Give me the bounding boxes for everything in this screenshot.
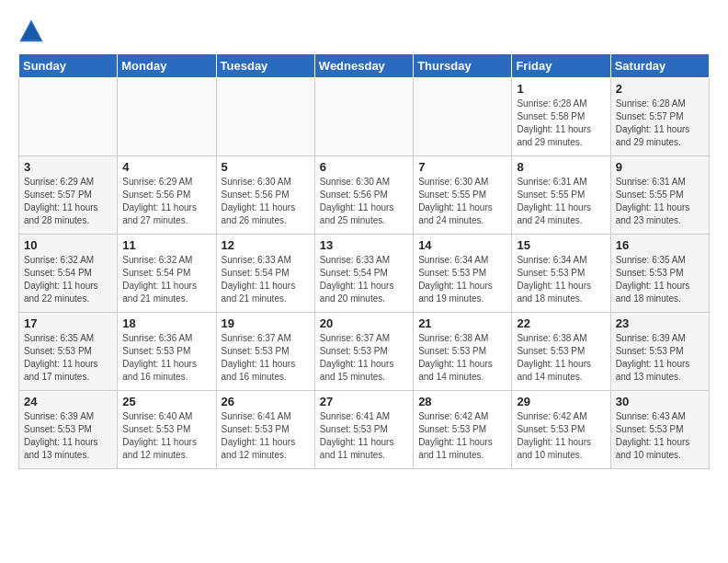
day-number: 9 [616, 160, 704, 174]
day-number: 5 [222, 160, 310, 174]
calendar-cell: 27Sunrise: 6:41 AM Sunset: 5:53 PM Dayli… [314, 391, 413, 469]
day-info: Sunrise: 6:29 AM Sunset: 5:57 PM Dayligh… [24, 176, 112, 227]
day-info: Sunrise: 6:35 AM Sunset: 5:53 PM Dayligh… [616, 254, 704, 305]
calendar-cell [314, 78, 413, 156]
svg-marker-1 [22, 24, 41, 40]
calendar-cell: 9Sunrise: 6:31 AM Sunset: 5:55 PM Daylig… [610, 156, 709, 235]
day-header-monday: Monday [118, 54, 216, 78]
calendar-cell: 30Sunrise: 6:43 AM Sunset: 5:53 PM Dayli… [610, 391, 709, 469]
day-header-saturday: Saturday [610, 54, 709, 78]
calendar-cell: 11Sunrise: 6:32 AM Sunset: 5:54 PM Dayli… [118, 235, 216, 313]
day-info: Sunrise: 6:32 AM Sunset: 5:54 PM Dayligh… [24, 254, 112, 305]
calendar-cell: 25Sunrise: 6:40 AM Sunset: 5:53 PM Dayli… [118, 391, 216, 469]
day-number: 16 [616, 238, 704, 252]
day-info: Sunrise: 6:32 AM Sunset: 5:54 PM Dayligh… [122, 254, 210, 305]
calendar-cell: 7Sunrise: 6:30 AM Sunset: 5:55 PM Daylig… [414, 156, 512, 235]
calendar-cell: 29Sunrise: 6:42 AM Sunset: 5:53 PM Dayli… [512, 391, 610, 469]
day-number: 27 [320, 395, 408, 408]
calendar-cell [216, 78, 314, 156]
day-info: Sunrise: 6:39 AM Sunset: 5:53 PM Dayligh… [24, 410, 112, 462]
day-number: 26 [222, 395, 310, 408]
day-info: Sunrise: 6:31 AM Sunset: 5:55 PM Dayligh… [517, 176, 605, 227]
day-info: Sunrise: 6:41 AM Sunset: 5:53 PM Dayligh… [320, 410, 408, 462]
day-number: 28 [418, 395, 506, 408]
calendar-cell: 8Sunrise: 6:31 AM Sunset: 5:55 PM Daylig… [512, 156, 610, 235]
day-info: Sunrise: 6:43 AM Sunset: 5:53 PM Dayligh… [616, 410, 704, 462]
calendar-cell: 24Sunrise: 6:39 AM Sunset: 5:53 PM Dayli… [19, 391, 118, 469]
day-number: 4 [122, 160, 210, 174]
calendar-week-2: 10Sunrise: 6:32 AM Sunset: 5:54 PM Dayli… [19, 235, 710, 313]
day-info: Sunrise: 6:29 AM Sunset: 5:56 PM Dayligh… [122, 176, 210, 227]
day-number: 3 [24, 160, 112, 174]
day-info: Sunrise: 6:34 AM Sunset: 5:53 PM Dayligh… [418, 254, 506, 305]
calendar-cell: 4Sunrise: 6:29 AM Sunset: 5:56 PM Daylig… [118, 156, 216, 235]
calendar-cell: 18Sunrise: 6:36 AM Sunset: 5:53 PM Dayli… [118, 313, 216, 391]
day-number: 18 [122, 316, 210, 330]
calendar-cell: 21Sunrise: 6:38 AM Sunset: 5:53 PM Dayli… [414, 313, 512, 391]
calendar-cell: 23Sunrise: 6:39 AM Sunset: 5:53 PM Dayli… [610, 313, 709, 391]
day-number: 15 [517, 238, 605, 252]
day-info: Sunrise: 6:30 AM Sunset: 5:56 PM Dayligh… [320, 176, 408, 227]
calendar-cell: 10Sunrise: 6:32 AM Sunset: 5:54 PM Dayli… [19, 235, 118, 313]
calendar-header: SundayMondayTuesdayWednesdayThursdayFrid… [19, 54, 710, 78]
calendar-cell [118, 78, 216, 156]
day-info: Sunrise: 6:34 AM Sunset: 5:53 PM Dayligh… [517, 254, 605, 305]
day-info: Sunrise: 6:28 AM Sunset: 5:57 PM Dayligh… [616, 98, 704, 149]
day-info: Sunrise: 6:42 AM Sunset: 5:53 PM Dayligh… [517, 410, 605, 462]
day-info: Sunrise: 6:40 AM Sunset: 5:53 PM Dayligh… [122, 410, 210, 462]
day-number: 25 [122, 395, 210, 408]
day-info: Sunrise: 6:38 AM Sunset: 5:53 PM Dayligh… [418, 332, 506, 384]
day-info: Sunrise: 6:33 AM Sunset: 5:54 PM Dayligh… [222, 254, 310, 305]
day-number: 6 [320, 160, 408, 174]
calendar-cell: 26Sunrise: 6:41 AM Sunset: 5:53 PM Dayli… [216, 391, 314, 469]
calendar-cell [19, 78, 118, 156]
day-number: 29 [517, 395, 605, 408]
calendar-cell: 17Sunrise: 6:35 AM Sunset: 5:53 PM Dayli… [19, 313, 118, 391]
calendar-cell: 1Sunrise: 6:28 AM Sunset: 5:58 PM Daylig… [512, 78, 610, 156]
calendar-body: 1Sunrise: 6:28 AM Sunset: 5:58 PM Daylig… [19, 78, 710, 469]
day-number: 17 [24, 316, 112, 330]
calendar-cell [414, 78, 512, 156]
day-number: 10 [24, 238, 112, 252]
calendar-cell: 3Sunrise: 6:29 AM Sunset: 5:57 PM Daylig… [19, 156, 118, 235]
calendar-cell: 6Sunrise: 6:30 AM Sunset: 5:56 PM Daylig… [314, 156, 413, 235]
calendar-cell: 28Sunrise: 6:42 AM Sunset: 5:53 PM Dayli… [414, 391, 512, 469]
day-number: 20 [320, 316, 408, 330]
day-number: 22 [517, 316, 605, 330]
day-number: 19 [222, 316, 310, 330]
calendar-cell: 16Sunrise: 6:35 AM Sunset: 5:53 PM Dayli… [610, 235, 709, 313]
logo-icon [18, 18, 44, 44]
day-number: 24 [24, 395, 112, 408]
header-row: SundayMondayTuesdayWednesdayThursdayFrid… [19, 54, 710, 78]
day-number: 14 [418, 238, 506, 252]
day-header-wednesday: Wednesday [314, 54, 413, 78]
calendar-cell: 22Sunrise: 6:38 AM Sunset: 5:53 PM Dayli… [512, 313, 610, 391]
day-info: Sunrise: 6:35 AM Sunset: 5:53 PM Dayligh… [24, 332, 112, 384]
day-info: Sunrise: 6:37 AM Sunset: 5:53 PM Dayligh… [320, 332, 408, 384]
day-number: 30 [616, 395, 704, 408]
day-info: Sunrise: 6:39 AM Sunset: 5:53 PM Dayligh… [616, 332, 704, 384]
calendar-cell: 14Sunrise: 6:34 AM Sunset: 5:53 PM Dayli… [414, 235, 512, 313]
day-number: 11 [122, 238, 210, 252]
day-info: Sunrise: 6:36 AM Sunset: 5:53 PM Dayligh… [122, 332, 210, 384]
day-number: 2 [616, 82, 704, 96]
day-number: 21 [418, 316, 506, 330]
calendar-week-1: 3Sunrise: 6:29 AM Sunset: 5:57 PM Daylig… [19, 156, 710, 235]
day-number: 23 [616, 316, 704, 330]
day-info: Sunrise: 6:30 AM Sunset: 5:56 PM Dayligh… [222, 176, 310, 227]
calendar-week-4: 24Sunrise: 6:39 AM Sunset: 5:53 PM Dayli… [19, 391, 710, 469]
calendar-cell: 5Sunrise: 6:30 AM Sunset: 5:56 PM Daylig… [216, 156, 314, 235]
day-number: 8 [517, 160, 605, 174]
day-number: 12 [222, 238, 310, 252]
page: SundayMondayTuesdayWednesdayThursdayFrid… [0, 0, 728, 478]
calendar-cell: 15Sunrise: 6:34 AM Sunset: 5:53 PM Dayli… [512, 235, 610, 313]
day-header-tuesday: Tuesday [216, 54, 314, 78]
day-info: Sunrise: 6:28 AM Sunset: 5:58 PM Dayligh… [517, 98, 605, 149]
calendar-cell: 20Sunrise: 6:37 AM Sunset: 5:53 PM Dayli… [314, 313, 413, 391]
calendar-cell: 13Sunrise: 6:33 AM Sunset: 5:54 PM Dayli… [314, 235, 413, 313]
calendar-week-0: 1Sunrise: 6:28 AM Sunset: 5:58 PM Daylig… [19, 78, 710, 156]
day-info: Sunrise: 6:31 AM Sunset: 5:55 PM Dayligh… [616, 176, 704, 227]
calendar-week-3: 17Sunrise: 6:35 AM Sunset: 5:53 PM Dayli… [19, 313, 710, 391]
day-number: 13 [320, 238, 408, 252]
day-info: Sunrise: 6:41 AM Sunset: 5:53 PM Dayligh… [222, 410, 310, 462]
